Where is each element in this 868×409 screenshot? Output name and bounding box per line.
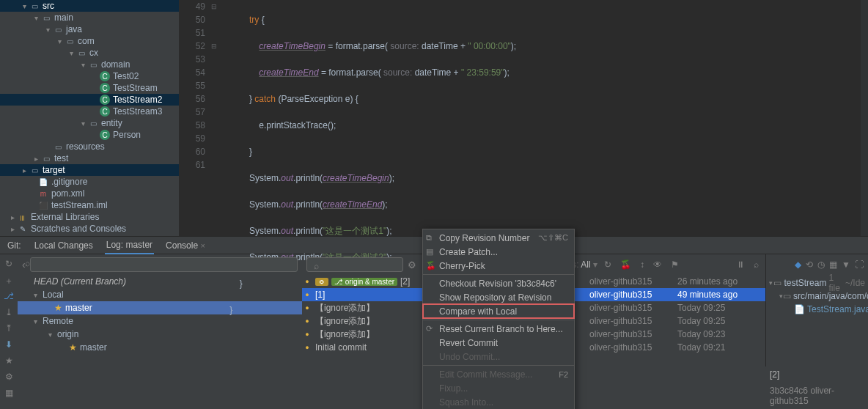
tree-folder-src[interactable]: ▾▭src — [0, 0, 179, 12]
search-commit-icon[interactable]: ⌕ — [751, 259, 761, 270]
folder-icon: ▭ — [53, 24, 63, 34]
tree-folder-java[interactable]: ▾▭java — [0, 23, 179, 35]
tab-console[interactable]: Console × — [164, 237, 207, 254]
folder-icon: ▭ — [29, 165, 40, 175]
push-icon[interactable]: ⤒ — [4, 323, 14, 334]
menu-undo-commit: Undo Commit... — [423, 350, 574, 364]
menu-fixup: Fixup... — [423, 381, 574, 395]
menu-revert-commit[interactable]: Revert Commit — [423, 336, 574, 350]
tree-file-pom[interactable]: mpom.xml — [0, 188, 179, 199]
class-icon: C — [100, 95, 110, 105]
tree-folder-domain[interactable]: ▾▭domain — [0, 59, 179, 70]
menu-copy-revision[interactable]: ⧉Copy Revision Number⌥⇧⌘C — [423, 231, 574, 245]
pause-icon[interactable]: ⏸ — [734, 259, 747, 270]
folder-icon: ▭ — [29, 1, 40, 11]
menu-reset-branch[interactable]: ⟳Reset Current Branch to Here... — [423, 322, 574, 336]
file-icon: 📄 — [38, 177, 48, 187]
menu-compare-local[interactable]: Compare with Local — [423, 304, 574, 318]
eye-icon[interactable]: 👁 — [651, 259, 664, 270]
tree-file-gitignore[interactable]: 📄.gitignore — [0, 176, 179, 188]
folder-icon: ▭ — [41, 12, 51, 23]
git-label: Git: — [6, 237, 23, 254]
folder-icon: ▭ — [88, 118, 98, 128]
fetch-icon[interactable]: ⬇ — [4, 339, 14, 350]
scratch-icon: ✎ — [18, 224, 28, 234]
reset-icon: ⟳ — [426, 324, 433, 334]
tree-class-test02[interactable]: CTest02 — [0, 70, 179, 82]
patch-icon: ▤ — [426, 247, 433, 257]
library-icon: ⫼ — [18, 212, 28, 222]
log-search-input[interactable] — [306, 257, 403, 272]
code-area[interactable]: try { createTimeBegin = format.parse( so… — [220, 0, 868, 236]
folder-icon: ▭ — [41, 153, 51, 163]
module-icon: ⬛ — [38, 200, 48, 210]
tree-class-teststream[interactable]: CTestStream — [0, 82, 179, 94]
filter-gear-icon[interactable]: ⚙ — [408, 259, 416, 270]
copy-icon: ⧉ — [426, 233, 432, 243]
commit-detail: [2] 3b3c84c6 oliver-github315 — [764, 366, 868, 409]
tree-external-libs[interactable]: ▸⫼External Libraries — [0, 211, 179, 223]
tree-folder-resources[interactable]: ▭resources — [0, 141, 179, 152]
class-icon: C — [100, 71, 110, 81]
tree-folder-entity[interactable]: ▾▭entity — [0, 117, 179, 129]
folder-icon: ▭ — [65, 36, 75, 46]
tree-folder-target[interactable]: ▸▭target — [0, 164, 179, 176]
project-tree[interactable]: ▾▭src ▾▭main ▾▭java ▾▭com ▾▭cx ▾▭domain … — [0, 0, 179, 236]
cherry-pick-icon[interactable]: 🍒 — [618, 259, 633, 270]
tree-scratches[interactable]: ▸✎Scratches and Consoles — [0, 223, 179, 235]
tab-log[interactable]: Log: master — [105, 237, 154, 254]
settings-icon[interactable]: ⚙ — [4, 372, 14, 382]
menu-squash-into: Squash Into... — [423, 395, 574, 409]
tree-folder-cx[interactable]: ▾▭cx — [0, 47, 179, 59]
tree-class-person[interactable]: CPerson — [0, 129, 179, 141]
menu-cherry-pick[interactable]: 🍒Cherry-Pick — [423, 259, 574, 273]
pin-icon[interactable]: ⚑ — [669, 259, 681, 270]
plus-icon[interactable]: ＋ — [4, 275, 14, 285]
folder-icon: ▭ — [88, 59, 98, 70]
back-icon[interactable]: ‹ — [22, 259, 26, 270]
menu-edit-message: Edit Commit Message...F2 — [423, 367, 574, 381]
new-branch-icon[interactable]: ⎇ — [4, 291, 14, 301]
gutter: 49⊟ 50 51 52⊟ 53 54 55 56 57 58 59 60 61 — [179, 0, 220, 236]
folder-icon: ▭ — [53, 141, 63, 152]
tree-file-iml[interactable]: ⬛testStream.iml — [0, 199, 179, 211]
folder-icon: ▭ — [76, 48, 87, 58]
close-icon[interactable]: × — [200, 241, 205, 250]
code-editor[interactable]: 49⊟ 50 51 52⊟ 53 54 55 56 57 58 59 60 61… — [179, 0, 868, 236]
tree-class-teststream2[interactable]: CTestStream2 — [0, 94, 179, 106]
tree-folder-main[interactable]: ▾▭main — [0, 12, 179, 23]
refresh-log-icon[interactable]: ↻ — [602, 259, 614, 270]
class-icon: C — [100, 130, 110, 140]
vcs-toolbar: ↻ ＋ ⎇ ⤓ ⤒ ⬇ ★ ⚙ ▦ — [0, 254, 18, 409]
menu-checkout-revision[interactable]: Checkout Revision '3b3c84c6' — [423, 276, 574, 290]
menu-create-patch[interactable]: ▤Create Patch... — [423, 245, 574, 259]
tree-class-teststream3[interactable]: CTestStream3 — [0, 106, 179, 117]
menu-show-repo[interactable]: Show Repository at Revision — [423, 290, 574, 304]
sort-icon[interactable]: ↕ — [638, 259, 647, 270]
update-icon[interactable]: ⤓ — [4, 307, 14, 317]
branch-search-input[interactable] — [30, 257, 298, 272]
tab-local-changes[interactable]: Local Changes — [33, 237, 95, 254]
more-icon[interactable]: ▦ — [4, 388, 14, 398]
tree-folder-test[interactable]: ▸▭test — [0, 152, 179, 164]
favorite-icon[interactable]: ★ — [4, 355, 14, 366]
commit-context-menu: ⧉Copy Revision Number⌥⇧⌘C ▤Create Patch.… — [422, 229, 575, 409]
refresh-icon[interactable]: ↻ — [4, 259, 14, 269]
editor-marker-bar — [861, 0, 868, 236]
maven-icon: m — [38, 188, 48, 199]
class-icon: C — [100, 83, 110, 93]
cherry-icon: 🍒 — [426, 261, 436, 270]
class-icon: C — [100, 106, 110, 117]
tree-folder-com[interactable]: ▾▭com — [0, 35, 179, 47]
